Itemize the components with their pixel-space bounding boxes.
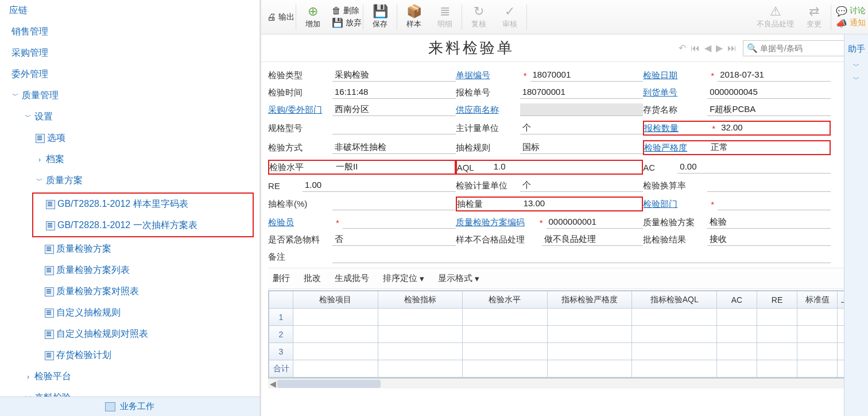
nav-archive[interactable]: ›档案	[0, 149, 259, 170]
delete-button[interactable]: 🗑删除	[332, 6, 362, 16]
last-record-icon[interactable]: ⏭	[726, 43, 738, 53]
nav-sales[interactable]: 销售管理	[0, 21, 259, 43]
label-severity[interactable]: 检验严格度	[644, 142, 708, 153]
col-indicator[interactable]: 检验指标	[378, 291, 463, 309]
label-arrive-no[interactable]: 到货单号	[643, 87, 707, 98]
value-supplier[interactable]: ████████████	[520, 103, 644, 116]
value-inspect-date[interactable]: 2018-07-31	[718, 69, 831, 82]
next-record-icon[interactable]: ▶	[714, 43, 724, 53]
nav-outsource[interactable]: 委外管理	[0, 64, 259, 85]
value-arrive-no[interactable]: 0000000045	[707, 86, 831, 99]
delete-row-button[interactable]: 删行	[273, 273, 290, 284]
audit-button[interactable]: ✓审核	[494, 4, 525, 30]
label-dept[interactable]: 采购/委外部门	[268, 105, 332, 115]
value-severity[interactable]: 正常	[708, 141, 830, 154]
col-level[interactable]: 检验水平	[463, 291, 548, 309]
value-batch-result[interactable]: 接收	[707, 233, 831, 246]
notify-button[interactable]: 📣通知	[836, 18, 866, 29]
helper-tab[interactable]: 助手	[847, 41, 866, 57]
sort-button[interactable]: 排序定位 ▾	[383, 273, 424, 284]
nav-incoming-inspect[interactable]: ﹀来料检验	[0, 387, 259, 396]
nav-quality[interactable]: ﹀质量管理	[0, 85, 259, 106]
value-sample-rate[interactable]	[332, 198, 456, 210]
value-level[interactable]: 一般II	[334, 161, 455, 174]
value-doc-no[interactable]: 18070001	[530, 69, 644, 82]
nav-root[interactable]: 应链	[0, 0, 259, 21]
label-inspect-date[interactable]: 检验日期	[643, 70, 707, 81]
col-aql[interactable]: 指标检验AQL	[632, 291, 717, 309]
label-plan-code[interactable]: 质量检验方案编码	[456, 217, 536, 228]
defect-button[interactable]: ⚠不良品处理	[752, 4, 799, 30]
value-spec[interactable]	[332, 122, 456, 134]
value-stock[interactable]: F超板PCBA	[707, 103, 831, 116]
table-row[interactable]: 1	[269, 309, 861, 326]
value-inspect-type[interactable]: 采购检验	[332, 69, 456, 82]
col-re[interactable]: RE	[757, 291, 797, 309]
value-report-qty[interactable]: 32.00	[719, 122, 830, 134]
value-remark[interactable]	[332, 251, 831, 263]
value-inspect-time[interactable]: 16:11:48	[332, 86, 456, 99]
batch-modify-button[interactable]: 批改	[304, 273, 321, 284]
value-convert[interactable]	[707, 179, 831, 192]
prev-record-icon[interactable]: ◀	[703, 43, 713, 53]
label-doc-no[interactable]: 单据编号	[456, 70, 520, 81]
col-std[interactable]: 标准值	[797, 291, 838, 309]
value-uom[interactable]: 个	[520, 122, 644, 134]
nav-inspect-plan-cross[interactable]: 质量检验方案对照表	[0, 281, 259, 302]
display-format-button[interactable]: 显示格式 ▾	[438, 273, 479, 284]
label-inspector[interactable]: 检验员	[268, 217, 332, 228]
discuss-button[interactable]: 💬讨论	[836, 6, 866, 17]
label-inspect-dept[interactable]: 检验部门	[643, 199, 707, 210]
value-plan-code[interactable]: 0000000001	[547, 216, 644, 229]
col-severity[interactable]: 指标检验严格度	[547, 291, 632, 309]
value-sample-qty[interactable]: 13.00	[521, 198, 642, 210]
abandon-button[interactable]: 💾放弃	[332, 17, 362, 28]
gen-batch-button[interactable]: 生成批号	[335, 273, 369, 284]
value-defect-handle[interactable]: 做不良品处理	[542, 233, 644, 246]
label-supplier[interactable]: 供应商名称	[456, 105, 520, 115]
value-inspect-uom[interactable]: 个	[520, 179, 644, 192]
col-ac[interactable]: AC	[717, 291, 757, 309]
nav-inspect-plan[interactable]: 质量检验方案	[0, 238, 259, 260]
nav-custom-rule[interactable]: 自定义抽检规则	[0, 302, 259, 323]
value-re[interactable]: 1.00	[303, 179, 456, 192]
scroll-thumb[interactable]	[277, 380, 381, 388]
sample-button[interactable]: 📦样本	[398, 4, 429, 30]
table-row[interactable]: 3	[269, 343, 861, 360]
value-urgent[interactable]: 否	[332, 233, 456, 246]
value-dept[interactable]: 西南分区	[332, 103, 456, 116]
add-button[interactable]: ⊕增加	[297, 4, 328, 30]
change-button[interactable]: ⇄变更	[799, 4, 830, 30]
nav-gbt-sampling-plan[interactable]: GB/T2828.1-2012 一次抽样方案表	[33, 215, 253, 236]
sidebar-footer-tab[interactable]: 业务工作	[0, 396, 259, 416]
output-button[interactable]: 🖨输出	[267, 12, 294, 22]
nav-quality-plan[interactable]: ﹀质量方案	[0, 170, 259, 191]
detail-grid[interactable]: 检验项目 检验指标 检验水平 指标检验严格度 指标检验AQL AC RE 标准值…	[269, 291, 861, 378]
nav-stock-plan[interactable]: 存货检验计划	[0, 345, 259, 366]
chevron-down-icon[interactable]: ﹀	[853, 61, 859, 70]
value-method[interactable]: 非破坏性抽检	[332, 141, 456, 154]
nav-options[interactable]: 选项	[0, 128, 259, 149]
scroll-left-icon[interactable]: ◀	[268, 379, 277, 389]
table-row[interactable]: 2	[269, 326, 861, 343]
undo-icon[interactable]: ↶	[677, 43, 688, 53]
col-item[interactable]: 检验项目	[293, 291, 378, 309]
save-button[interactable]: 💾保存	[365, 4, 396, 30]
nav-settings[interactable]: ﹀设置	[0, 106, 259, 128]
recheck-button[interactable]: ↻复核	[463, 4, 494, 30]
nav-custom-rule-cross[interactable]: 自定义抽检规则对照表	[0, 323, 259, 345]
value-report-no[interactable]: 180700001	[520, 86, 644, 99]
nav-purchase[interactable]: 采购管理	[0, 43, 259, 64]
value-rule[interactable]: 国标	[520, 141, 644, 154]
first-record-icon[interactable]: ⏮	[689, 43, 702, 53]
value-inspector[interactable]	[343, 216, 456, 229]
label-report-qty[interactable]: 报检数量	[644, 123, 708, 134]
value-inspect-dept[interactable]	[718, 198, 831, 210]
nav-inspect-platform[interactable]: ›检验平台	[0, 366, 259, 387]
chevron-down-icon[interactable]: ﹀	[853, 75, 859, 83]
value-plan-name[interactable]: 检验	[707, 216, 831, 229]
value-ac[interactable]: 0.00	[677, 161, 831, 174]
nav-inspect-plan-list[interactable]: 质量检验方案列表	[0, 260, 259, 281]
value-aql[interactable]: 1.0	[491, 161, 642, 174]
horizontal-scrollbar[interactable]: ◀ ▶	[268, 378, 861, 388]
